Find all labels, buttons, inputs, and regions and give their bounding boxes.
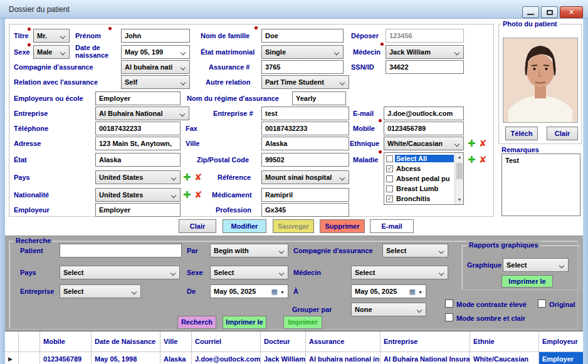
maladie-scrollbar[interactable]: ▲ ▼: [454, 153, 463, 204]
nom-famille-input[interactable]: Doe: [261, 29, 344, 43]
medecin-dropdown[interactable]: Jack William: [386, 45, 464, 59]
maximize-button[interactable]: [541, 6, 558, 18]
search-imprimer-le-button[interactable]: Imprimer le: [223, 316, 266, 329]
adresse-input[interactable]: 123 Main St, Anytown,: [95, 137, 181, 150]
ville-input[interactable]: Alaska: [261, 137, 349, 150]
grouper-par-dropdown[interactable]: None: [351, 303, 426, 316]
table-header-courriel[interactable]: Courriel: [192, 331, 261, 352]
checkbox-icon[interactable]: [386, 155, 393, 162]
maladie-listbox[interactable]: Select All ✓Abcess Absent pedal pu Breas…: [384, 152, 464, 205]
employeur-input[interactable]: Employer: [95, 203, 181, 217]
scrollbar-thumb[interactable]: [456, 163, 463, 179]
remarques-textarea[interactable]: Test: [501, 153, 580, 216]
original-checkbox[interactable]: [538, 299, 546, 308]
modifier-button[interactable]: Modifier: [223, 219, 266, 233]
checkbox-icon[interactable]: [386, 175, 393, 182]
ethnique-delete-icon[interactable]: ✘: [479, 138, 487, 149]
minimize-button[interactable]: [522, 6, 539, 18]
table-cell[interactable]: [19, 352, 40, 364]
pays-add-icon[interactable]: ✚: [183, 172, 191, 183]
table-row[interactable]: ▶ 0123456789 May 05, 1998 Alaska J.doe@o…: [5, 352, 583, 364]
table-header-assurance[interactable]: Assurance: [306, 331, 381, 352]
autre-relation-dropdown[interactable]: Part Time Student: [261, 75, 349, 89]
nationalite-dropdown[interactable]: United States: [95, 188, 181, 202]
search-sexe-dropdown[interactable]: Select: [210, 266, 288, 279]
email-button[interactable]: E-mail: [370, 219, 414, 233]
pays-dropdown[interactable]: United States: [95, 170, 181, 184]
ssn-input[interactable]: 34622: [386, 60, 464, 74]
regime-assurance-input[interactable]: Yearly: [292, 91, 346, 105]
clair-button[interactable]: Clair: [179, 219, 216, 233]
a-date-picker[interactable]: May 05, 2025▦▼: [351, 284, 426, 298]
title-bar[interactable]: Dossier du patient: [0, 0, 588, 19]
maladie-item[interactable]: ✓Abcess: [385, 164, 454, 174]
maladie-add-icon[interactable]: ✚: [468, 154, 476, 165]
etat-input[interactable]: Alaska: [95, 153, 181, 167]
table-cell-ethnie[interactable]: White/Caucasian: [470, 352, 539, 364]
maladie-delete-icon[interactable]: ✘: [479, 154, 487, 165]
nationalite-delete-icon[interactable]: ✘: [194, 189, 202, 200]
telech-button[interactable]: Téléch: [505, 127, 538, 140]
maladie-item[interactable]: ✓Bronchitis: [385, 194, 454, 204]
pays-delete-icon[interactable]: ✘: [194, 172, 202, 183]
employeurs-ecole-input[interactable]: Employer: [95, 91, 181, 105]
email-input[interactable]: J.doe@outlock.com: [384, 107, 464, 120]
maladie-item[interactable]: Absent pedal pu: [385, 174, 454, 184]
graphique-dropdown[interactable]: Select: [503, 258, 569, 272]
zip-input[interactable]: 99502: [261, 153, 349, 167]
ethnique-add-icon[interactable]: ✚: [468, 138, 476, 149]
titre-dropdown[interactable]: Mr.: [33, 29, 70, 43]
maladie-item[interactable]: Breast Lumb: [385, 184, 454, 194]
scroll-up-icon[interactable]: ▲: [455, 153, 464, 162]
search-pays-dropdown[interactable]: Select: [60, 266, 180, 279]
table-cell-employeur-selected[interactable]: Employer: [539, 352, 583, 364]
etat-matrimonial-dropdown[interactable]: Single: [261, 45, 344, 59]
patient-search-input[interactable]: [60, 244, 182, 257]
profession-input[interactable]: Gx345: [261, 203, 349, 217]
search-compagnie-dropdown[interactable]: Select: [382, 244, 448, 257]
table-header-mobile[interactable]: Mobile: [40, 331, 92, 352]
search-entreprise-dropdown[interactable]: Select: [60, 284, 141, 298]
rapports-imprimer-le-button[interactable]: Imprimer le: [501, 275, 553, 288]
telephone-input[interactable]: 00187432233: [95, 122, 181, 135]
table-cell-assurance[interactable]: Al buhaira national ins: [306, 352, 381, 364]
table-header-entreprise[interactable]: Entreprise: [381, 331, 470, 352]
sexe-dropdown[interactable]: Male: [33, 45, 70, 59]
close-button[interactable]: ✕: [560, 6, 583, 18]
compagnie-assurance-dropdown[interactable]: Al buhaira nati: [121, 60, 190, 74]
supprimer-button[interactable]: Supprimer: [320, 219, 365, 233]
table-header[interactable]: [19, 331, 40, 352]
de-date-picker[interactable]: May 05, 2025▦▼: [210, 284, 288, 298]
table-cell-courriel[interactable]: J.doe@outlock.com: [192, 352, 261, 364]
imprimer-button[interactable]: Imprimer: [283, 316, 322, 329]
scroll-down-icon[interactable]: ▼: [455, 195, 464, 204]
table-header-ville[interactable]: Ville: [160, 331, 192, 352]
table-header-date-naissance[interactable]: Date de Naissance: [92, 331, 160, 352]
ethnique-dropdown[interactable]: White/Caucasian: [384, 137, 464, 150]
assurance-num-input[interactable]: 3765: [261, 60, 344, 74]
entreprise-num-input[interactable]: test: [261, 107, 349, 120]
prenom-input[interactable]: John: [121, 29, 190, 43]
table-cell-ville[interactable]: Alaska: [160, 352, 192, 364]
recherch-button[interactable]: Recherch: [177, 316, 216, 329]
contraste-checkbox[interactable]: [445, 299, 453, 308]
row-selector-icon[interactable]: ▶: [5, 352, 19, 364]
table-cell-docteur[interactable]: Jack William: [261, 352, 306, 364]
table-cell-date-naissance[interactable]: May 05, 1998: [92, 352, 160, 364]
sauvegar-button[interactable]: Sauvegar: [273, 219, 314, 233]
nationalite-add-icon[interactable]: ✚: [183, 189, 191, 200]
sombre-checkbox[interactable]: [445, 313, 453, 321]
medicament-input[interactable]: Ramipril: [261, 188, 349, 202]
table-header-selector[interactable]: [5, 331, 19, 352]
checkbox-checked-icon[interactable]: ✓: [386, 165, 393, 172]
date-naissance-dropdown[interactable]: May 05, 199: [121, 45, 190, 59]
table-cell-mobile[interactable]: 0123456789: [40, 352, 92, 364]
mobile-input[interactable]: 0123456789: [384, 122, 464, 135]
search-medecin-dropdown[interactable]: Select: [351, 266, 448, 279]
relation-assurance-dropdown[interactable]: Self: [121, 75, 190, 89]
checkbox-icon[interactable]: [386, 185, 393, 192]
fax-input[interactable]: 00187432233: [261, 122, 349, 135]
entreprise-dropdown[interactable]: Al Buhaira National: [95, 107, 189, 120]
par-dropdown[interactable]: Begin with: [210, 244, 288, 257]
maladie-item-select-all[interactable]: Select All: [385, 153, 454, 164]
